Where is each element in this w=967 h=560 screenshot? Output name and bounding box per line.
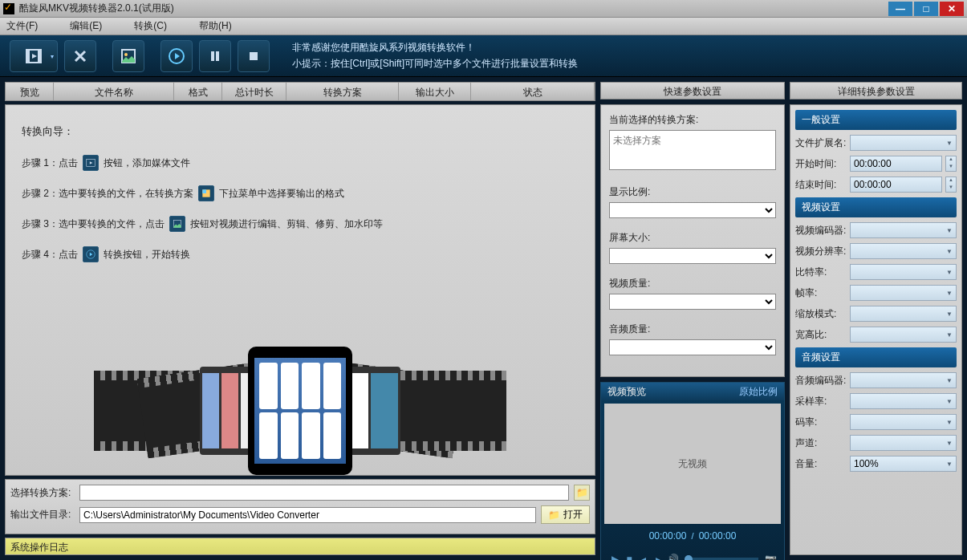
video-aspect-combo[interactable]: ▼ (850, 327, 957, 343)
illustration (43, 359, 557, 463)
detail-settings-panel: 一般设置 文件扩展名:▼ 开始时间:00:00:00▲▼ 结束时间:00:00:… (790, 104, 962, 555)
outdir-input[interactable] (79, 507, 536, 523)
tip-line-1: 非常感谢您使用酷旋风系列视频转换软件！ (292, 40, 578, 55)
stop-button[interactable] (238, 40, 270, 72)
chevron-down-icon: ▼ (946, 419, 953, 426)
audio-channel-label: 声道: (795, 436, 847, 450)
col-preview[interactable]: 预览 (6, 83, 54, 100)
audio-encoder-combo[interactable]: ▼ (850, 372, 957, 388)
file-list-header: 预览 文件名称 格式 总计时长 转换方案 输出大小 状态 (5, 82, 595, 101)
scheme-icon (198, 185, 214, 201)
add-file-button[interactable]: ▾ (10, 40, 58, 72)
menu-convert[interactable]: 转换(C) (134, 19, 167, 33)
col-status[interactable]: 状态 (471, 83, 595, 100)
scheme-browse-button[interactable]: 📁 (574, 485, 590, 501)
edit-button[interactable] (112, 40, 144, 72)
chevron-down-icon: ▼ (946, 269, 953, 276)
remove-button[interactable] (64, 40, 96, 72)
col-scheme[interactable]: 转换方案 (286, 83, 399, 100)
chevron-down-icon: ▼ (946, 248, 953, 255)
svg-point-4 (124, 53, 128, 56)
bottom-controls: 选择转换方案: 📁 输出文件目录: 📁打开 (5, 479, 595, 534)
start-time-label: 开始时间: (795, 157, 847, 171)
start-time-spinner[interactable]: ▲▼ (945, 156, 957, 172)
svg-rect-6 (211, 51, 214, 61)
audio-section-header: 音频设置 (795, 347, 957, 367)
audio-volume-combo[interactable]: 100%▼ (850, 456, 957, 472)
menu-file[interactable]: 文件(F) (6, 19, 38, 33)
x-icon (71, 47, 90, 66)
video-bitrate-combo[interactable]: ▼ (850, 264, 957, 280)
chevron-down-icon: ▼ (946, 461, 953, 468)
video-preview-panel: 视频预览 原始比例 无视频 00:00:00 / 00:00:00 ▶ ■ ◂ … (600, 382, 785, 560)
menu-help[interactable]: 帮助(H) (199, 19, 232, 33)
chevron-down-icon: ▼ (946, 290, 953, 297)
pause-icon (205, 47, 225, 66)
audio-channel-combo[interactable]: ▼ (850, 435, 957, 451)
preview-play-button[interactable]: ▶ (607, 552, 622, 560)
end-time-spinner[interactable]: ▲▼ (945, 177, 957, 193)
screen-size-select[interactable] (609, 248, 776, 264)
maximize-button[interactable]: □ (914, 2, 938, 16)
detail-settings-title: 详细转换参数设置 (790, 82, 962, 99)
original-ratio-button[interactable]: 原始比例 (739, 385, 778, 399)
film-icon (83, 155, 99, 171)
video-quality-select[interactable] (609, 294, 776, 310)
audio-quality-label: 音频质量: (609, 323, 776, 336)
end-time-field[interactable]: 00:00:00 (850, 177, 942, 193)
preview-next-button[interactable]: ▸ (651, 552, 665, 560)
audio-encoder-label: 音频编码器: (795, 374, 847, 388)
start-time-field[interactable]: 00:00:00 (850, 156, 942, 172)
display-ratio-select[interactable] (609, 202, 776, 218)
wizard-step-1: 步骤 1：点击 按钮，添加媒体文件 (22, 155, 579, 171)
preview-prev-button[interactable]: ◂ (636, 552, 651, 560)
wizard-step-3: 步骤 3：选中要转换的文件，点击 按钮对视频进行编辑、剪辑、修剪、加水印等 (22, 216, 579, 232)
video-resolution-combo[interactable]: ▼ (850, 243, 957, 259)
wizard-title: 转换向导： (22, 124, 579, 139)
open-folder-button[interactable]: 📁打开 (541, 505, 590, 524)
preview-stop-button[interactable]: ■ (622, 552, 636, 560)
chevron-down-icon: ▼ (946, 398, 953, 405)
chevron-down-icon: ▼ (946, 140, 953, 147)
close-button[interactable]: ✕ (940, 2, 964, 16)
preview-time: 00:00:00 / 00:00:00 (601, 527, 784, 545)
col-outsize[interactable]: 输出大小 (399, 83, 471, 100)
general-section-header: 一般设置 (795, 110, 957, 130)
convert-button[interactable] (160, 40, 193, 72)
video-section-header: 视频设置 (795, 197, 957, 217)
menu-edit[interactable]: 编辑(E) (70, 19, 102, 33)
svg-rect-2 (38, 50, 41, 63)
folder-icon: 📁 (548, 509, 560, 521)
video-quality-label: 视频质量: (609, 277, 776, 290)
audio-samplerate-combo[interactable]: ▼ (850, 393, 957, 409)
video-fps-combo[interactable]: ▼ (850, 285, 957, 301)
preview-mute-button[interactable]: 🔊 (665, 552, 680, 560)
video-bitrate-label: 比特率: (795, 266, 847, 279)
col-duration[interactable]: 总计时长 (222, 83, 286, 100)
file-ext-label: 文件扩展名: (795, 136, 847, 150)
svg-rect-8 (250, 52, 258, 60)
col-filename[interactable]: 文件名称 (54, 83, 174, 100)
stop-icon (244, 47, 263, 66)
wizard-area: 转换向导： 步骤 1：点击 按钮，添加媒体文件 步骤 2：选中要转换的文件，在转… (5, 104, 595, 476)
audio-quality-select[interactable] (609, 339, 776, 355)
no-video-label: 无视频 (678, 457, 707, 471)
quick-settings-panel: 当前选择的转换方案: 显示比例: 屏幕大小: 视频质量: 音频质量: (600, 104, 785, 377)
screen-size-label: 屏幕大小: (609, 231, 776, 245)
col-format[interactable]: 格式 (174, 83, 222, 100)
video-encoder-combo[interactable]: ▼ (850, 222, 957, 238)
video-scale-combo[interactable]: ▼ (850, 306, 957, 322)
pause-button[interactable] (199, 40, 231, 72)
audio-bitrate-combo[interactable]: ▼ (850, 414, 957, 430)
video-resolution-label: 视频分辨率: (795, 245, 847, 258)
minimize-button[interactable]: — (888, 2, 912, 16)
scheme-input[interactable] (79, 485, 569, 501)
chevron-down-icon: ▼ (946, 440, 953, 447)
svg-rect-7 (216, 51, 219, 61)
video-scale-label: 缩放模式: (795, 307, 847, 321)
current-scheme-box[interactable] (609, 130, 776, 170)
log-bar[interactable]: 系统操作日志 (5, 538, 595, 555)
file-ext-combo[interactable]: ▼ (850, 135, 957, 151)
preview-snapshot-button[interactable]: 📷 (763, 552, 778, 560)
toolbar: ▾ 非常感谢您使用酷旋风系列视频转换软件！ 小提示：按住[Ctrl]或[Shif… (0, 35, 967, 77)
